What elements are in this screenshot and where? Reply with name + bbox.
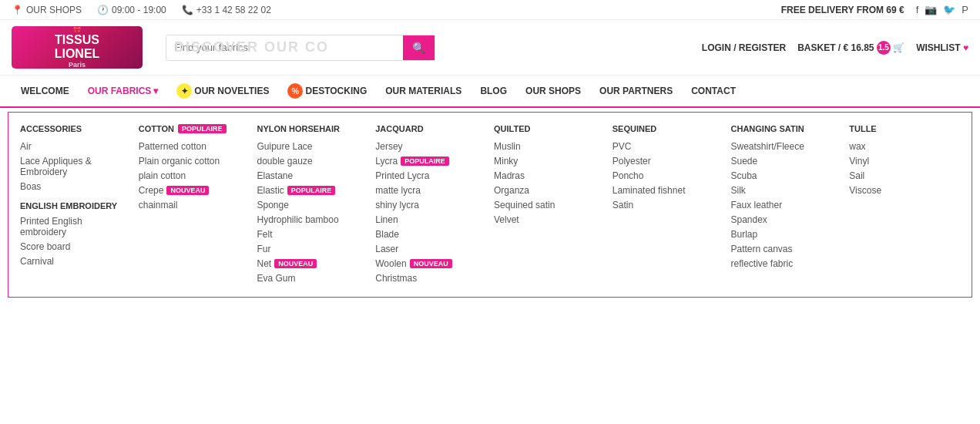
list-item[interactable]: Silk bbox=[731, 183, 842, 197]
logo-area[interactable]: 🎀 TISSUS LIONEL Paris bbox=[12, 26, 150, 69]
basket-link[interactable]: BASKET / € 16.85 1.5 🛒 bbox=[797, 41, 904, 55]
list-item[interactable]: Sequined satin bbox=[494, 198, 605, 212]
nouveau-badge: NOUVEAU bbox=[410, 259, 452, 268]
list-item[interactable]: Laser bbox=[375, 242, 486, 256]
list-item[interactable]: Polyester bbox=[612, 154, 723, 168]
list-item[interactable]: Jersey bbox=[375, 140, 486, 153]
list-item[interactable]: Linen bbox=[375, 213, 486, 227]
list-item[interactable]: Elastic POPULAIRE bbox=[257, 183, 368, 197]
nav-our-materials[interactable]: OUR MATERIALS bbox=[376, 78, 471, 104]
nav-destocking[interactable]: % DESTOCKING bbox=[278, 76, 376, 106]
list-item[interactable]: Organza bbox=[494, 183, 605, 197]
list-item[interactable]: Velvet bbox=[494, 213, 605, 227]
nav-our-partners[interactable]: OUR PARTNERS bbox=[590, 78, 682, 104]
list-item[interactable]: Boas bbox=[20, 180, 131, 193]
wishlist-link[interactable]: WISHLIST ♥ bbox=[916, 42, 968, 53]
list-item[interactable]: Sail bbox=[849, 169, 960, 183]
search-bar[interactable]: DISCOVER OUR CO 🔍 bbox=[166, 35, 435, 61]
list-item[interactable]: Blade bbox=[375, 227, 486, 241]
list-item[interactable]: Burlap bbox=[731, 227, 842, 241]
nav-blog[interactable]: BLOG bbox=[471, 78, 516, 104]
list-item[interactable]: Pattern canvas bbox=[731, 242, 842, 256]
nav-our-shops[interactable]: OUR SHOPS bbox=[516, 78, 590, 104]
main-nav: WELCOME OUR FABRICS ▾ ✦ OUR NOVELTIES % … bbox=[0, 76, 980, 108]
col-jacquard: JACQUARD Jersey Lycra POPULAIRE Printed … bbox=[375, 124, 486, 285]
our-shops-link[interactable]: 📍 OUR SHOPS bbox=[12, 5, 82, 15]
list-item[interactable]: Viscose bbox=[849, 183, 960, 197]
list-item[interactable]: double gauze bbox=[257, 154, 368, 168]
list-item[interactable]: Poncho bbox=[612, 169, 723, 183]
list-item[interactable]: plain cotton bbox=[139, 169, 250, 183]
heart-icon: ♥ bbox=[963, 42, 968, 53]
delivery-info: FREE DELIVERY FROM 69 € bbox=[781, 5, 904, 15]
twitter-icon[interactable]: 🐦 bbox=[943, 4, 955, 15]
list-item[interactable]: PVC bbox=[612, 140, 723, 153]
list-item[interactable]: Vinyl bbox=[849, 154, 960, 168]
list-item[interactable]: Guipure Lace bbox=[257, 140, 368, 153]
search-button[interactable]: 🔍 bbox=[403, 35, 435, 60]
list-item[interactable]: shiny lycra bbox=[375, 198, 486, 212]
list-item[interactable]: Scuba bbox=[731, 169, 842, 183]
list-item[interactable]: Net NOUVEAU bbox=[257, 257, 368, 271]
search-input[interactable] bbox=[166, 35, 403, 59]
list-item[interactable]: Score board bbox=[20, 240, 131, 254]
list-item[interactable]: Crepe NOUVEAU bbox=[139, 183, 250, 197]
top-bar-left: 📍 OUR SHOPS 🕐 09:00 - 19:00 📞 +33 1 42 5… bbox=[12, 5, 271, 15]
list-item[interactable]: Sponge bbox=[257, 198, 368, 212]
list-item[interactable]: Christmas bbox=[375, 271, 486, 285]
hours-info: 🕐 09:00 - 19:00 bbox=[97, 5, 166, 15]
list-item[interactable]: Air bbox=[20, 140, 131, 153]
list-item[interactable]: Lace Appliques & Embroidery bbox=[20, 154, 131, 179]
list-item[interactable]: Faux leather bbox=[731, 198, 842, 212]
fabrics-grid: ACCESSORIES Air Lace Appliques & Embroid… bbox=[20, 124, 960, 285]
list-item[interactable]: Fur bbox=[257, 242, 368, 256]
nav-our-fabrics[interactable]: OUR FABRICS ▾ bbox=[79, 78, 168, 104]
list-item[interactable]: Sweatshirt/Fleece bbox=[731, 140, 842, 153]
login-register-link[interactable]: LOGIN / REGISTER bbox=[702, 42, 786, 53]
logo[interactable]: 🎀 TISSUS LIONEL Paris bbox=[12, 26, 143, 69]
destocking-badge-icon: % bbox=[287, 83, 303, 99]
basket-count: 1.5 bbox=[877, 41, 891, 55]
list-item[interactable]: Woolen NOUVEAU bbox=[375, 257, 486, 271]
populaire-badge: POPULAIRE bbox=[178, 124, 227, 133]
list-item[interactable]: Felt bbox=[257, 227, 368, 241]
list-item[interactable]: Suede bbox=[731, 154, 842, 168]
list-item[interactable]: Printed English embroidery bbox=[20, 214, 131, 239]
nav-welcome[interactable]: WELCOME bbox=[12, 78, 79, 104]
nouveau-badge: NOUVEAU bbox=[274, 259, 317, 268]
nav-our-novelties[interactable]: ✦ OUR NOVELTIES bbox=[167, 76, 278, 106]
list-item[interactable]: Minky bbox=[494, 154, 605, 168]
list-item[interactable]: Hydrophilic bamboo bbox=[257, 213, 368, 227]
col-sequined: SEQUINED PVC Polyester Poncho Laminated … bbox=[612, 124, 723, 285]
list-item[interactable]: Carnival bbox=[20, 254, 131, 268]
list-item[interactable]: reflective fabric bbox=[731, 257, 842, 271]
list-item[interactable]: matte lycra bbox=[375, 183, 486, 197]
col-header-jacquard: JACQUARD bbox=[375, 124, 486, 133]
col-quilted: QUILTED Muslin Minky Madras Organza Sequ… bbox=[494, 124, 605, 285]
col-changing-satin: CHANGING SATIN Sweatshirt/Fleece Suede S… bbox=[731, 124, 842, 285]
pinterest-icon[interactable]: P bbox=[962, 4, 968, 15]
embroidery-items: Printed English embroidery Score board C… bbox=[20, 214, 131, 268]
list-item[interactable]: Satin bbox=[612, 198, 723, 212]
list-item[interactable]: Spandex bbox=[731, 213, 842, 227]
col-nylon-horsehair: NYLON HORSEHAIR Guipure Lace double gauz… bbox=[257, 124, 368, 285]
facebook-icon[interactable]: f bbox=[916, 4, 919, 15]
populaire-badge: POPULAIRE bbox=[401, 156, 449, 166]
list-item[interactable]: Eva Gum bbox=[257, 271, 368, 285]
list-item[interactable]: Elastane bbox=[257, 169, 368, 183]
list-item[interactable]: Patterned cotton bbox=[139, 140, 250, 153]
list-item[interactable]: chainmail bbox=[139, 198, 250, 212]
list-item[interactable]: Printed Lycra bbox=[375, 169, 486, 183]
col-header-sequined: SEQUINED bbox=[612, 124, 723, 133]
list-item[interactable]: Madras bbox=[494, 169, 605, 183]
instagram-icon[interactable]: 📷 bbox=[925, 4, 937, 15]
list-item[interactable]: Plain organic cotton bbox=[139, 154, 250, 168]
quilted-items: Muslin Minky Madras Organza Sequined sat… bbox=[494, 140, 605, 227]
list-item[interactable]: Lycra POPULAIRE bbox=[375, 154, 486, 168]
col-header-quilted: QUILTED bbox=[494, 124, 605, 133]
nav-contact[interactable]: CONTACT bbox=[682, 78, 745, 104]
list-item[interactable]: Muslin bbox=[494, 140, 605, 153]
list-item[interactable]: wax bbox=[849, 140, 960, 153]
list-item[interactable]: Laminated fishnet bbox=[612, 183, 723, 197]
sequined-items: PVC Polyester Poncho Laminated fishnet S… bbox=[612, 140, 723, 212]
